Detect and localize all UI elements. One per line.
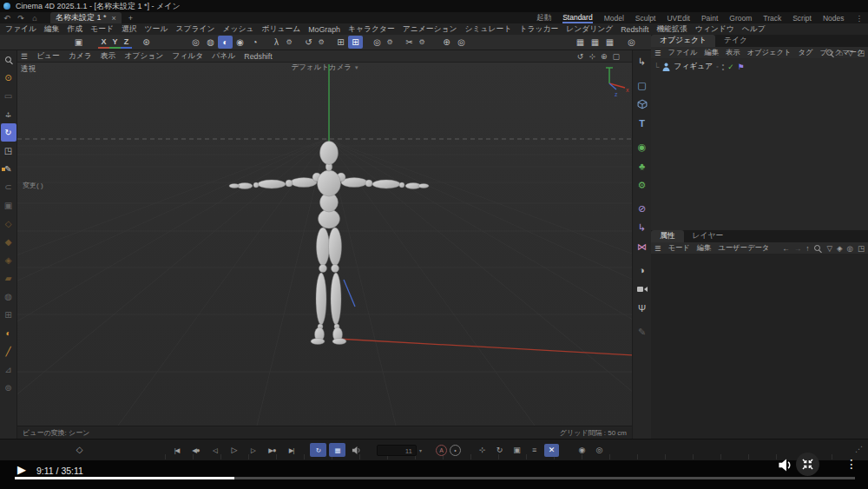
om-search-icon[interactable] <box>825 49 834 57</box>
make-editable-icon[interactable]: ◎ <box>188 36 203 49</box>
coordinate-system-icon[interactable]: ⊛ <box>139 36 154 49</box>
camera-object-icon[interactable] <box>634 280 650 299</box>
am-search-icon[interactable] <box>813 244 822 253</box>
asset-browser-icon[interactable]: ◎ <box>454 36 469 49</box>
rotate-settings-gear-icon[interactable]: ⚙ <box>316 36 326 49</box>
snap-enabled-icon[interactable]: ⊞ <box>348 36 363 49</box>
om-menu-view[interactable]: 表示 <box>726 48 740 57</box>
modeling-settings-gear-icon[interactable]: ⚙ <box>385 36 395 49</box>
layout-tab-standard[interactable]: Standard <box>562 13 593 23</box>
render-settings-icon[interactable]: ▦ <box>602 36 617 49</box>
keyframe-diamond-icon[interactable]: ◇ <box>73 443 86 456</box>
layout-tab-script[interactable]: Script <box>792 14 812 23</box>
render-picture-viewer-icon[interactable]: ▦ <box>588 36 602 49</box>
menu-animation[interactable]: アニメーション <box>403 24 457 35</box>
loop-mode-icon[interactable]: ↻ <box>310 443 326 457</box>
camera-rotate-icon[interactable]: ↺ <box>577 52 584 61</box>
menu-tracker[interactable]: トラッカー <box>519 24 558 35</box>
redo-icon[interactable]: ↷ <box>14 14 28 23</box>
video-play-icon[interactable]: ▶ <box>17 463 26 476</box>
am-menu-edit[interactable]: 編集 <box>697 243 712 253</box>
vp-menu-display[interactable]: 表示 <box>101 51 116 62</box>
shading-options-icon[interactable]: ◔ <box>247 36 262 49</box>
am-lock-icon[interactable]: ◈ <box>837 244 843 253</box>
workplane-mode-icon[interactable]: ⊿ <box>1 360 16 379</box>
move-tool-icon[interactable]: ↔↕ <box>1 105 16 123</box>
menu-render[interactable]: レンダリング <box>566 24 613 35</box>
record-options-icon[interactable]: ◎ <box>592 444 607 457</box>
video-volume-icon[interactable] <box>778 458 792 472</box>
visibility-dots-icon[interactable]: •• <box>722 63 724 71</box>
add-tool-icon[interactable]: ⊕ <box>439 36 454 49</box>
om-menu-tags[interactable]: タグ <box>799 48 813 57</box>
scale-tool-icon[interactable]: ◳ <box>1 142 16 160</box>
model-mode-icon[interactable]: ◇ <box>1 215 16 233</box>
viewport-canvas[interactable]: x z 透視 デフォルトカメラ ▾ 変更( ) <box>17 63 632 426</box>
effector-icon[interactable]: ⚙ <box>634 175 650 195</box>
tab-layers[interactable]: レイヤー <box>684 230 733 242</box>
video-more-menu-icon[interactable]: ⋮ <box>844 455 859 472</box>
keyframe-selection-icon[interactable]: • <box>450 445 461 456</box>
enabled-check-icon[interactable]: ✓ <box>727 63 733 71</box>
am-menu-userdata[interactable]: ユーザーデータ <box>718 243 769 253</box>
next-key-icon[interactable]: ▶● <box>264 443 280 457</box>
am-back-icon[interactable]: ← <box>782 244 790 253</box>
layout-tab-groom[interactable]: Groom <box>729 14 752 23</box>
om-menu-file[interactable]: ファイル <box>667 48 697 57</box>
om-hamburger-icon[interactable]: ☰ <box>654 49 661 57</box>
frame-number-field[interactable]: 11 <box>377 445 417 456</box>
home-icon[interactable]: ⌂ <box>28 14 42 23</box>
tweak-mode-icon[interactable]: ◍ <box>1 287 16 306</box>
matrix-icon[interactable]: ♣ <box>634 156 650 175</box>
grid-icon[interactable]: ⊞ <box>333 36 348 49</box>
am-filter-icon[interactable]: ▽ <box>826 244 832 253</box>
menu-volume[interactable]: ボリューム <box>261 24 300 35</box>
object-tree[interactable]: └ フィギュア ▫ •• ✓ ⚑ <box>651 58 868 230</box>
figure-mannequin[interactable] <box>229 142 429 345</box>
vp-menu-filter[interactable]: フィルタ <box>172 51 203 62</box>
om-filter-icon[interactable]: ▽ <box>847 49 853 57</box>
cloner-icon[interactable]: ◉ <box>634 137 650 156</box>
am-up-icon[interactable]: ↑ <box>806 244 809 253</box>
am-hamburger-icon[interactable]: ☰ <box>654 244 661 253</box>
object-row-figure[interactable]: └ フィギュア ▫ •• ✓ ⚑ <box>651 61 868 72</box>
record-active-objects-icon[interactable]: ◉ <box>575 444 589 457</box>
magnet-tool-icon[interactable]: ⊂ <box>1 178 16 196</box>
menu-select[interactable]: 選択 <box>122 24 137 35</box>
menu-file[interactable]: ファイル <box>5 24 36 35</box>
field-icon[interactable]: ↳ <box>634 218 650 237</box>
camera-label-icon[interactable]: ▾ <box>355 64 358 71</box>
axis-modify-icon[interactable]: ↳ <box>634 52 650 71</box>
environment-icon[interactable]: ◑ <box>634 261 650 280</box>
volume-icon[interactable]: ⋈ <box>634 237 650 256</box>
redshift-render-icon[interactable]: ◎ <box>624 36 639 49</box>
menu-mode[interactable]: モード <box>90 24 114 35</box>
key-scale-icon[interactable]: ▣ <box>510 444 524 457</box>
vp-menu-redshift[interactable]: Redshift <box>244 52 272 61</box>
tab-attributes[interactable]: 属性 <box>651 230 684 242</box>
edge-mode-icon[interactable]: ◈ <box>1 251 16 269</box>
character-settings-gear-icon[interactable]: ⚙ <box>284 36 294 49</box>
autokey-icon[interactable]: A <box>436 445 447 456</box>
camera-zoom-icon[interactable]: ⊕ <box>601 52 608 61</box>
document-tab[interactable]: 名称未設定 1 * × <box>50 12 122 23</box>
light-object-icon[interactable]: Ψ <box>634 299 650 318</box>
knife-tool-icon[interactable]: ╱ <box>1 342 16 360</box>
object-name[interactable]: フィギュア <box>674 62 713 72</box>
live-selection-tool-icon[interactable]: ⊙ <box>1 69 16 87</box>
timeline-sound-icon[interactable] <box>348 443 365 457</box>
object-layer-box-icon[interactable]: ▫ <box>716 63 718 69</box>
tab-objects[interactable]: オブジェクト <box>651 35 715 47</box>
menu-redshift[interactable]: Redshift <box>621 25 648 34</box>
layout-tab-model[interactable]: Model <box>604 14 624 23</box>
rotate-tool-icon[interactable]: ↺ <box>301 36 316 49</box>
om-popout-icon[interactable]: ◳ <box>858 49 865 57</box>
axis-z-lock-button[interactable]: Z <box>121 36 132 49</box>
video-progress-bar[interactable] <box>15 477 855 479</box>
uv-mode-icon[interactable]: ⊞ <box>1 306 16 324</box>
previous-frame-icon[interactable]: ◁ <box>207 443 223 457</box>
menu-window[interactable]: ウィンドウ <box>695 24 734 35</box>
vp-menu-panel[interactable]: パネル <box>212 51 235 62</box>
menu-tools[interactable]: ツール <box>145 24 168 35</box>
key-pla-icon[interactable]: ✕ <box>544 444 559 457</box>
